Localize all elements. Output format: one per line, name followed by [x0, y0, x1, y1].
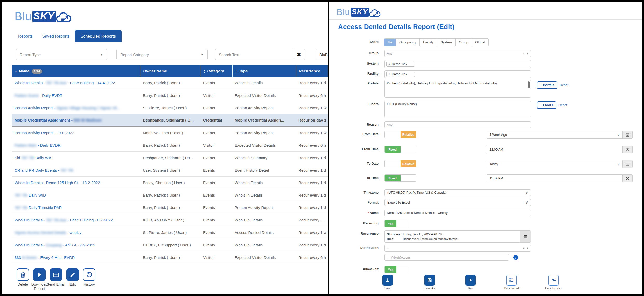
- portals-reset-link[interactable]: Reset: [559, 83, 568, 87]
- table-row[interactable]: Person Activity Report - - 9-8-2022 Matt…: [12, 126, 329, 139]
- table-row[interactable]: 787 7th Daily Turnstile PAR Barry, Patri…: [12, 201, 329, 214]
- report-name-link[interactable]: Person Activity Report - - 9-8-2022: [12, 126, 140, 139]
- to-date-select[interactable]: Today ∨: [487, 160, 623, 168]
- table-row[interactable]: 333 N Green - Every 6 Hrs - EVDR Barry, …: [12, 251, 329, 264]
- distribution-select[interactable]: -- × ▼: [384, 245, 531, 252]
- run-button[interactable]: [465, 275, 476, 286]
- remove-chip-icon[interactable]: ×: [388, 73, 390, 76]
- clear-icon[interactable]: ×: [523, 247, 525, 250]
- add-floors-button[interactable]: + Floors: [537, 101, 556, 109]
- report-name-link[interactable]: Padaro Main - Daily EVDR: [12, 139, 140, 151]
- table-row[interactable]: Who's In Details - 787 7th Ave - Base Bu…: [12, 77, 329, 89]
- table-row[interactable]: Who's In Details - Demo 125 High St. - 1…: [12, 176, 329, 189]
- column-header-recurrence[interactable]: Recurrence: [296, 65, 329, 77]
- report-name-link[interactable]: Sid 787 7th Daily WIS: [12, 151, 140, 164]
- timezone-select[interactable]: (UTC-08:00) Pacific Time (US & Canada) ∨: [384, 189, 531, 196]
- system-select[interactable]: ×Demo 125: [384, 60, 531, 68]
- share-option-system[interactable]: System: [437, 39, 455, 46]
- calendar-icon: [626, 133, 629, 137]
- share-option-group[interactable]: Group: [455, 39, 472, 46]
- share-option-me[interactable]: Me: [384, 39, 396, 46]
- table-row[interactable]: CR and PR Daily Events - 787 7th User, S…: [12, 164, 329, 176]
- name-input[interactable]: [384, 210, 531, 216]
- edit-button[interactable]: [66, 268, 79, 281]
- to-time-toggle[interactable]: Fixed: [384, 174, 416, 182]
- portals-textarea[interactable]: Kitchen (portal info), Hallway Exit E (p…: [384, 80, 531, 98]
- report-type-select[interactable]: Report Type ▼: [16, 49, 107, 60]
- table-row[interactable]: Who's In Details - 787 7th Ave - Base Bu…: [12, 214, 329, 226]
- download-report-button[interactable]: [33, 268, 46, 281]
- group-select[interactable]: Any × ▼: [384, 50, 531, 57]
- from-date-select[interactable]: 1 Week Ago ∨: [487, 131, 623, 139]
- share-option-occupancy[interactable]: Occupancy: [396, 39, 419, 46]
- report-name-link[interactable]: 787 7th Daily WID: [12, 189, 140, 201]
- add-portals-button[interactable]: + Portals: [537, 81, 557, 89]
- allow-edit-toggle[interactable]: Yes: [384, 266, 408, 273]
- table-row[interactable]: Who's In Details - Coupang - ANS 4 - 7-2…: [12, 239, 329, 251]
- recurrence-summary[interactable]: Starts on::Friday, July 15, 2022 4:40 PM…: [384, 230, 531, 243]
- to-time-input[interactable]: 11:59 PM: [487, 174, 623, 182]
- from-time-toggle[interactable]: Fixed: [384, 146, 416, 153]
- report-name-link[interactable]: Who's In Details - Coupang - ANS 4 - 7-2…: [12, 239, 140, 251]
- calendar-button[interactable]: [623, 131, 633, 139]
- table-row[interactable]: Mobile Credential Assignment - 500 W Mad…: [12, 114, 329, 126]
- report-name-link[interactable]: Mobile Credential Assignment - 500 W Mad…: [12, 114, 140, 126]
- back-to-filter-button[interactable]: [548, 275, 559, 286]
- search-input[interactable]: [215, 49, 293, 60]
- tab-scheduled-reports[interactable]: Scheduled Reports: [75, 30, 122, 42]
- clock-button[interactable]: [623, 146, 633, 153]
- reason-input[interactable]: Any: [384, 121, 531, 128]
- column-header-name[interactable]: ▲Name1/24: [12, 65, 140, 77]
- format-select[interactable]: Export To Excel ∨: [384, 199, 531, 206]
- from-time-input[interactable]: 12:00 AM: [487, 146, 623, 153]
- report-name-link[interactable]: 333 N Green - Every 6 Hrs - EVDR: [12, 251, 140, 264]
- column-header-type[interactable]: ▲▼Type: [232, 65, 296, 77]
- report-name-link[interactable]: Padaro Guest - Daily EVDR: [12, 89, 140, 102]
- floors-reset-link[interactable]: Reset: [558, 103, 567, 107]
- table-row[interactable]: 787 7th Daily WID Barry, Patrick ( User …: [12, 189, 329, 201]
- facility-select[interactable]: ×Demo 125: [384, 70, 531, 78]
- chevron-down-icon[interactable]: ▼: [526, 52, 529, 55]
- save-button[interactable]: [382, 275, 393, 286]
- tab-reports[interactable]: Reports: [14, 30, 37, 42]
- calendar-button[interactable]: [623, 160, 633, 168]
- report-name-link[interactable]: Who's In Details - 787 7th Ave - Base Bu…: [12, 77, 140, 89]
- tab-saved-reports[interactable]: Saved Reports: [38, 30, 74, 42]
- table-row[interactable]: Padaro Main - Daily EVDR Barry, Patrick …: [12, 139, 329, 151]
- column-header-owner[interactable]: Owner Name: [140, 65, 200, 77]
- email-input[interactable]: [384, 254, 509, 261]
- recurrence-calendar-button[interactable]: [520, 231, 531, 242]
- delete-button[interactable]: [17, 268, 29, 281]
- share-option-global[interactable]: Global: [472, 39, 488, 46]
- column-header-category[interactable]: ▲▼Category: [200, 65, 232, 77]
- info-icon[interactable]: i: [513, 255, 518, 260]
- toggle-fixed-label: Fixed: [385, 146, 401, 153]
- remove-chip-icon[interactable]: ×: [388, 63, 390, 66]
- owner-cell: KIDD, ANTONY ( User ): [140, 214, 200, 226]
- save-as-button[interactable]: [424, 275, 435, 286]
- from-date-toggle[interactable]: Relative: [384, 131, 416, 138]
- clear-search-button[interactable]: ✖: [293, 49, 305, 60]
- table-row[interactable]: Vignes Access Denied Details - weekly St…: [12, 226, 329, 239]
- share-option-facility[interactable]: Facility: [419, 39, 437, 46]
- report-category-select[interactable]: Report Category ▼: [116, 49, 208, 60]
- recurring-toggle[interactable]: Yes: [384, 220, 408, 227]
- report-name-link[interactable]: Person Activity Report - Vignes Village …: [12, 102, 140, 114]
- history-button[interactable]: [83, 268, 95, 281]
- report-name-link[interactable]: Vignes Access Denied Details - weekly: [12, 226, 140, 239]
- clear-icon[interactable]: ×: [523, 52, 525, 55]
- floors-textarea[interactable]: FL01 (Facility Name): [384, 101, 531, 117]
- send-email-button[interactable]: [50, 268, 62, 281]
- back-to-list-button[interactable]: [506, 275, 517, 286]
- table-row[interactable]: Person Activity Report - Vignes Village …: [12, 102, 329, 114]
- to-date-toggle[interactable]: Relative: [384, 160, 416, 167]
- table-row[interactable]: Padaro Guest - Daily EVDR Barry, Patrick…: [12, 89, 329, 102]
- scrollbar-thumb[interactable]: [528, 81, 530, 88]
- table-row[interactable]: Sid 787 7th Daily WIS Deshpande, Siddhar…: [12, 151, 329, 164]
- clock-button[interactable]: [623, 174, 633, 182]
- report-name-link[interactable]: 787 7th Daily Turnstile PAR: [12, 201, 140, 214]
- report-name-link[interactable]: Who's In Details - 787 7th Ave - Base Bu…: [12, 214, 140, 226]
- chevron-down-icon[interactable]: ▼: [526, 247, 529, 250]
- report-name-link[interactable]: Who's In Details - Demo 125 High St. - 1…: [12, 176, 140, 189]
- report-name-link[interactable]: CR and PR Daily Events - 787 7th: [12, 164, 140, 176]
